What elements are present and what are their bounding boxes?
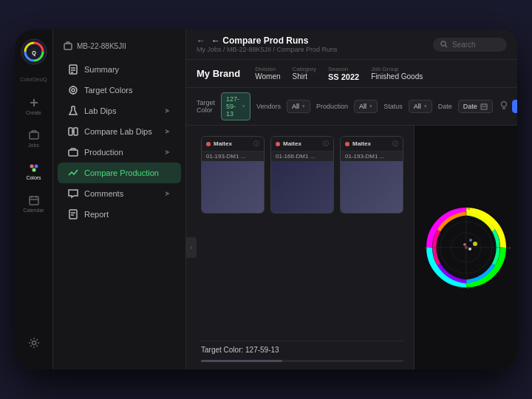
nav-item-lab-dips[interactable]: Lab Dips <box>58 100 181 121</box>
meta-season: Season SS 2022 <box>328 66 359 81</box>
svg-rect-24 <box>69 128 72 135</box>
svg-text:Q: Q <box>32 50 36 56</box>
swatch-id-2: 01-166-DM1 ... <box>271 151 333 161</box>
svg-point-31 <box>441 41 446 46</box>
swatch-header-3: Maitex ⓘ <box>341 137 403 151</box>
chart-panel: +b -b +a -a <box>414 126 517 369</box>
nav-sidebar: MB-22-88K5JII Summary Target Colors <box>53 30 186 369</box>
nav-item-compare-lab-dips[interactable]: Compare Lab Dips <box>58 121 181 142</box>
swatch-color-1 <box>202 161 264 213</box>
svg-rect-27 <box>69 150 78 156</box>
svg-line-32 <box>446 46 448 48</box>
production-select[interactable]: All ▾ <box>354 100 378 113</box>
svg-point-49 <box>469 239 472 242</box>
mode-buttons: D65 D50 TL84 A <box>499 100 517 113</box>
target-color-chevron: ▾ <box>242 103 245 109</box>
svg-point-19 <box>69 86 77 94</box>
icon-nav-jobs[interactable]: Jobs <box>19 123 49 153</box>
vendors-select[interactable]: All ▾ <box>287 100 310 113</box>
color-wheel: +b -b +a -a <box>422 203 511 292</box>
icon-nav-create[interactable]: Create <box>19 91 49 120</box>
scrollbar-thumb <box>201 360 282 362</box>
nav-item-compare-lab-dips-label: Compare Lab Dips <box>84 127 152 136</box>
swatch-id-1: 01-193-DM1 ... <box>202 151 264 161</box>
meta-job-group: Job Group Finished Goods <box>371 66 423 81</box>
page-title: ← Compare Prod Runs <box>211 35 426 46</box>
svg-point-6 <box>30 164 33 168</box>
nav-item-report[interactable]: Report <box>58 204 181 225</box>
search-placeholder: Search <box>452 41 476 49</box>
status-select[interactable]: All ▾ <box>409 100 432 113</box>
swatch-color-2 <box>271 161 333 213</box>
horizontal-scrollbar[interactable] <box>201 360 403 362</box>
production-chevron: ▾ <box>369 103 372 109</box>
icon-nav-colors-label: Colors <box>26 175 41 180</box>
nav-item-compare-production[interactable]: Compare Production <box>58 163 181 183</box>
svg-rect-14 <box>64 44 72 50</box>
svg-point-13 <box>32 341 35 345</box>
nav-item-report-label: Report <box>84 210 109 219</box>
target-color-select[interactable]: 127-59-13 ▾ <box>221 92 250 120</box>
back-arrow[interactable]: ← <box>197 35 205 46</box>
nav-item-comments-label: Comments <box>84 189 123 198</box>
svg-point-20 <box>72 89 75 92</box>
swatch-card-2[interactable]: Maitex ⓘ 01-166-DM1 ... <box>270 136 334 214</box>
production-chevron <box>163 149 171 156</box>
nav-item-production[interactable]: Production <box>58 142 181 163</box>
svg-point-45 <box>465 246 468 249</box>
nav-item-production-label: Production <box>84 148 123 157</box>
vendors-value: All <box>292 103 299 110</box>
swatch-info-icon-1: ⓘ <box>253 140 259 148</box>
nav-item-comments[interactable]: Comments <box>58 183 181 204</box>
calendar-icon <box>480 103 488 110</box>
target-color-label: Target Color: 127-59-13 <box>201 341 403 357</box>
brand-name: My Brand <box>197 68 240 79</box>
svg-rect-28 <box>69 210 77 219</box>
date-select[interactable]: Date <box>458 100 493 113</box>
nav-item-lab-dips-label: Lab Dips <box>84 106 116 115</box>
nav-item-summary-label: Summary <box>84 65 119 74</box>
nav-item-target-colors[interactable]: Target Colors <box>58 80 181 100</box>
swatch-info-icon-2: ⓘ <box>323 140 329 148</box>
status-chevron: ▾ <box>424 103 427 109</box>
icon-nav-calendar-label: Calendar <box>23 208 44 213</box>
swatch-color-3 <box>341 161 403 213</box>
svg-text:-a: -a <box>423 245 428 250</box>
icon-nav-calendar[interactable]: Calendar <box>19 188 49 218</box>
comments-chevron <box>163 190 171 197</box>
nav-item-compare-production-label: Compare Production <box>84 168 159 177</box>
header-row: My Brand Division Women Category Shirt S… <box>186 60 517 88</box>
search-bar[interactable]: Search <box>433 38 507 52</box>
svg-point-46 <box>473 242 477 246</box>
mode-btn-d65[interactable]: D65 <box>512 100 517 113</box>
svg-text:+a: +a <box>506 245 511 250</box>
filter-row: Target Color 127-59-13 ▾ Vendors All ▾ P… <box>186 88 517 126</box>
date-value: Date <box>463 103 477 110</box>
swatch-header-2: Maitex ⓘ <box>271 137 333 151</box>
swatch-card-1[interactable]: Maitex ⓘ 01-193-DM1 ... <box>201 136 265 214</box>
swatch-id-3: 01-193-DM1 ... <box>341 151 403 161</box>
svg-point-7 <box>34 164 38 168</box>
svg-point-48 <box>463 243 466 246</box>
app-logo: Q <box>21 38 47 65</box>
swatch-info-icon-3: ⓘ <box>392 140 398 148</box>
app-name-label: ColorDesIQ <box>20 77 47 82</box>
swatch-vendor-3: Maitex <box>349 140 392 147</box>
status-filter-label: Status <box>383 103 403 110</box>
icon-nav-colors[interactable]: Colors <box>19 156 49 185</box>
swatch-card-3[interactable]: Maitex ⓘ 01-193-DM1 ... <box>340 136 403 214</box>
svg-rect-5 <box>30 132 38 139</box>
lightbulb-icon[interactable] <box>499 100 509 110</box>
vendors-chevron: ▾ <box>302 103 305 109</box>
swatch-vendor-1: Maitex <box>211 140 253 147</box>
nav-item-summary[interactable]: Summary <box>58 59 181 80</box>
svg-rect-9 <box>30 197 38 205</box>
nav-item-target-colors-label: Target Colors <box>84 86 132 95</box>
lab-dips-chevron <box>163 107 171 115</box>
svg-rect-25 <box>74 128 78 135</box>
swatch-header-1: Maitex ⓘ <box>202 137 264 151</box>
icon-nav-settings[interactable] <box>19 328 49 358</box>
svg-text:-b: -b <box>466 285 470 290</box>
svg-point-47 <box>468 248 471 250</box>
collapse-button[interactable]: ‹ <box>186 237 197 258</box>
